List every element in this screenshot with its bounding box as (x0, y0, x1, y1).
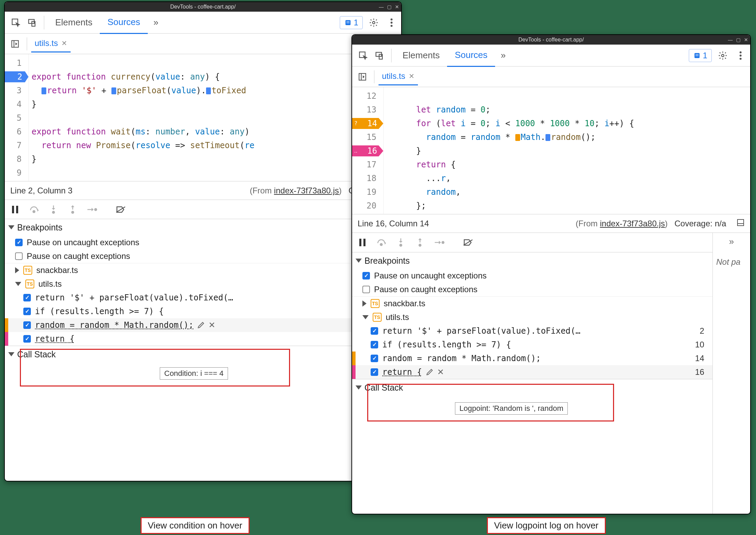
bp-checkbox[interactable] (371, 327, 378, 335)
bp-checkbox[interactable] (371, 341, 378, 348)
breakpoints-header[interactable]: Breakpoints (5, 219, 401, 236)
minimize-icon[interactable]: — (379, 4, 384, 10)
svg-rect-4 (346, 21, 349, 22)
source-map-link[interactable]: index-73f73a80.js (274, 186, 339, 195)
close-tab-icon[interactable]: ✕ (61, 39, 67, 47)
code-content[interactable]: export function currency(value: any) { r… (29, 54, 401, 181)
device-icon[interactable] (24, 14, 40, 31)
debug-toolbar (5, 200, 401, 219)
pause-uncaught-checkbox[interactable] (362, 272, 370, 280)
close-icon[interactable]: ✕ (395, 4, 399, 10)
settings-icon[interactable] (367, 18, 381, 27)
breakpoint-item[interactable]: random = random * Math.random(); 14 (352, 352, 712, 365)
callstack-header[interactable]: Call Stack (352, 379, 712, 396)
kebab-icon[interactable] (734, 51, 747, 60)
expand-panel-icon[interactable]: » (729, 236, 734, 247)
collapse-icon[interactable] (15, 267, 19, 273)
callstack-header[interactable]: Call Stack (5, 346, 401, 362)
pause-caught-checkbox[interactable] (362, 286, 370, 293)
pause-uncaught-checkbox[interactable] (15, 239, 23, 246)
debug-toolbar (352, 233, 712, 252)
file-tab-utils[interactable]: utils.ts ✕ (31, 35, 71, 52)
bp-checkbox[interactable] (23, 335, 31, 343)
collapse-icon[interactable] (362, 300, 367, 307)
svg-rect-32 (359, 73, 366, 80)
maximize-icon[interactable]: ▢ (387, 4, 392, 10)
step-icon[interactable] (85, 203, 99, 216)
ts-file-icon: TS (25, 280, 34, 288)
bp-checkbox[interactable] (23, 294, 31, 301)
remove-icon[interactable]: ✕ (437, 367, 444, 377)
breakpoint-item[interactable]: return { 16 (5, 332, 401, 346)
breakpoint-item[interactable]: if (results.length >= 7) { 10 (5, 305, 401, 318)
pause-icon[interactable] (356, 236, 369, 249)
maximize-icon[interactable]: ▢ (736, 37, 741, 43)
svg-rect-37 (363, 239, 365, 246)
show-navigator-icon[interactable] (355, 72, 370, 81)
deactivate-breakpoints-icon[interactable] (114, 203, 128, 216)
step-out-icon[interactable] (413, 236, 427, 249)
tab-sources[interactable]: Sources (100, 11, 147, 34)
bp-checkbox[interactable] (23, 321, 31, 329)
breakpoints-header[interactable]: Breakpoints (352, 252, 712, 269)
more-tabs-icon[interactable]: » (495, 47, 512, 64)
settings-icon[interactable] (716, 51, 730, 60)
step-over-icon[interactable] (375, 236, 388, 249)
breakpoint-item[interactable]: return '$' + parseFloat(value).toFixed(…… (352, 324, 712, 338)
svg-rect-34 (737, 219, 744, 226)
step-icon[interactable] (432, 236, 446, 249)
code-editor[interactable]: 1 2 3 4 5 6 7 8 9 export function curren… (5, 54, 401, 181)
inspect-icon[interactable] (8, 14, 24, 31)
main-toolbar: Elements Sources » 1 (352, 45, 750, 67)
kebab-icon[interactable] (385, 18, 398, 27)
tab-elements[interactable]: Elements (395, 45, 447, 66)
svg-point-20 (95, 209, 97, 211)
coverage-label: Coverage: n/a (674, 219, 726, 228)
show-navigator-icon[interactable] (8, 39, 23, 48)
step-into-icon[interactable] (47, 203, 60, 216)
caption-right: View logpoint log on hover (487, 517, 606, 534)
file-tab-label: utils.ts (382, 71, 405, 81)
source-map-link[interactable]: index-73f73a80.js (600, 219, 665, 228)
issue-badge[interactable]: 1 (689, 49, 712, 62)
svg-point-29 (740, 51, 742, 53)
edit-icon[interactable] (197, 320, 205, 330)
issue-count: 1 (354, 18, 358, 27)
deactivate-breakpoints-icon[interactable] (461, 236, 475, 249)
svg-point-9 (391, 25, 393, 27)
coverage-toggle-icon[interactable] (736, 218, 745, 229)
breakpoint-item[interactable]: random = random * Math.random(); ✕ 14 (5, 318, 401, 332)
breakpoint-item[interactable]: return '$' + parseFloat(value).toFixed(…… (5, 291, 401, 305)
bp-checkbox[interactable] (371, 368, 378, 376)
svg-point-38 (380, 243, 382, 246)
more-tabs-icon[interactable]: » (148, 14, 164, 31)
code-editor[interactable]: 12 13 ?14 15 ‥16 17 18 19 20 let random … (352, 87, 750, 214)
cursor-position: Line 16, Column 14 (358, 219, 429, 228)
svg-rect-27 (695, 56, 698, 56)
pause-icon[interactable] (8, 203, 22, 216)
bp-checkbox[interactable] (371, 355, 378, 362)
expand-icon[interactable] (15, 282, 21, 286)
code-content[interactable]: let random = 0; for (let i = 0; i < 1000… (384, 87, 750, 214)
pause-caught-checkbox[interactable] (15, 252, 23, 260)
bp-checkbox[interactable] (23, 308, 31, 315)
issue-badge[interactable]: 1 (340, 16, 363, 29)
minimize-icon[interactable]: — (728, 37, 733, 43)
edit-icon[interactable] (426, 367, 434, 377)
svg-rect-26 (695, 54, 698, 55)
remove-icon[interactable]: ✕ (208, 320, 215, 330)
step-into-icon[interactable] (394, 236, 408, 249)
step-over-icon[interactable] (27, 203, 41, 216)
device-icon[interactable] (371, 47, 388, 64)
close-tab-icon[interactable]: ✕ (409, 72, 415, 80)
title-text: DevTools - coffee-cart.app/ (170, 4, 236, 10)
file-tab-utils[interactable]: utils.ts ✕ (379, 68, 418, 85)
inspect-icon[interactable] (355, 47, 371, 64)
breakpoint-item[interactable]: if (results.length >= 7) { 10 (352, 338, 712, 352)
breakpoint-item[interactable]: return { ✕ 16 (352, 365, 712, 379)
tab-sources[interactable]: Sources (447, 44, 495, 67)
tab-elements[interactable]: Elements (48, 12, 100, 33)
expand-icon[interactable] (362, 315, 369, 319)
close-icon[interactable]: ✕ (744, 37, 748, 43)
step-out-icon[interactable] (66, 203, 80, 216)
